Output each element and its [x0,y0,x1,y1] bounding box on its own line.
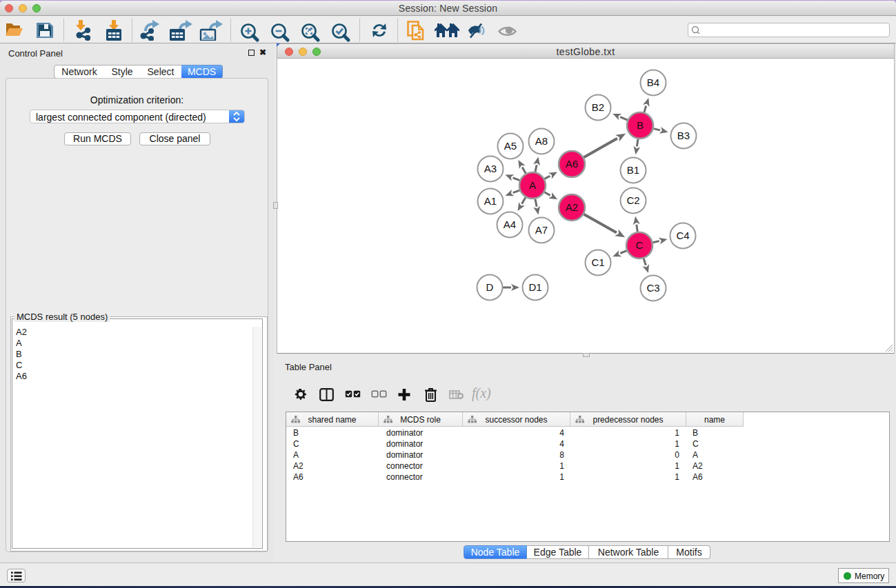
svg-text:C4: C4 [676,230,689,241]
svg-text:A6: A6 [566,158,578,170]
svg-text:A1: A1 [484,195,497,207]
svg-text:C: C [636,239,644,251]
svg-text:A5: A5 [504,140,517,152]
svg-text:C1: C1 [591,256,604,268]
svg-text:A: A [529,179,536,191]
svg-text:A4: A4 [504,219,516,230]
svg-text:C2: C2 [626,194,639,206]
svg-text:B1: B1 [627,164,639,176]
svg-text:A8: A8 [535,135,548,147]
svg-text:C3: C3 [646,282,659,294]
svg-text:D: D [486,281,494,293]
svg-text:B2: B2 [592,101,604,113]
svg-text:B3: B3 [677,130,690,141]
svg-text:A2: A2 [566,201,578,213]
svg-text:B: B [637,119,644,131]
svg-text:A7: A7 [535,224,548,236]
svg-text:A3: A3 [484,163,497,174]
svg-text:D1: D1 [528,281,541,293]
svg-text:B4: B4 [647,77,659,88]
